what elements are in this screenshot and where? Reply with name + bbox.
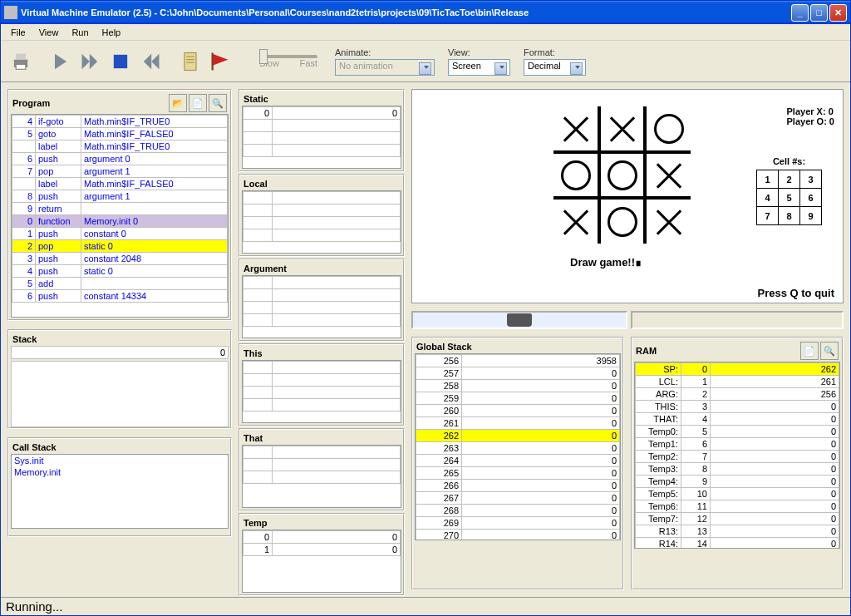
program-row[interactable]: 8pushargument 1 [12, 190, 228, 203]
program-row[interactable]: 2popstatic 0 [12, 240, 228, 253]
program-row[interactable]: 0functionMemory.init 0 [12, 215, 228, 228]
speed-slider[interactable]: SlowFast [255, 55, 322, 68]
script-button[interactable] [177, 48, 204, 75]
breakpoint-button[interactable] [207, 48, 234, 75]
this-grid[interactable] [242, 360, 401, 423]
this-row [243, 387, 401, 399]
ram-row: LCL:1261 [636, 376, 839, 388]
program-row[interactable]: labelMath.min$IF_FALSE0 [12, 178, 228, 190]
menu-run[interactable]: Run [65, 26, 95, 39]
that-row [243, 459, 401, 471]
svg-rect-8 [212, 52, 214, 70]
search-button[interactable]: 🔍 [209, 94, 227, 112]
argument-row [243, 314, 401, 327]
callstack-item[interactable]: Sys.init [12, 455, 228, 466]
ram-search-button[interactable]: 🔍 [820, 342, 839, 360]
program-row[interactable]: 5add [12, 278, 228, 290]
ram-row: Temp7:120 [636, 513, 839, 525]
program-panel: Program 📂 📄 🔍 4if-gotoMath.min$IF_TRUE05… [7, 89, 232, 321]
ram-row: Temp6:110 [636, 500, 839, 513]
global-stack-row: 2620 [416, 430, 620, 442]
static-row [243, 132, 401, 145]
ttt-cell [645, 106, 691, 152]
menu-view[interactable]: View [32, 26, 66, 39]
temp-panel: Temp0010 [239, 513, 405, 596]
format-label: Format: [524, 47, 586, 57]
view-dropdown[interactable]: Screen [448, 59, 510, 76]
this-panel: This [239, 343, 405, 426]
local-grid[interactable] [242, 190, 401, 254]
rewind-button[interactable] [137, 48, 164, 75]
new-file-button[interactable]: 📄 [189, 94, 207, 112]
temp-title: Temp [242, 516, 401, 530]
format-dropdown[interactable]: Decimal [524, 59, 586, 76]
global-stack-row: 2590 [416, 392, 620, 405]
program-row[interactable]: 3pushconstant 2048 [12, 253, 228, 265]
keyboard-input[interactable] [411, 311, 627, 329]
global-stack-grid[interactable]: 2563958257025802590260026102620263026402… [415, 353, 621, 540]
keyboard-icon [507, 313, 532, 327]
ram-row: SP:0262 [636, 363, 839, 376]
argument-title: Argument [242, 262, 401, 275]
global-stack-row: 2700 [416, 530, 620, 541]
ttt-cell [553, 198, 599, 244]
open-folder-button[interactable]: 📂 [169, 94, 187, 112]
menu-file[interactable]: File [4, 26, 32, 39]
stack-list [11, 361, 229, 427]
this-row [243, 399, 401, 411]
static-row [243, 145, 401, 157]
run-button[interactable] [77, 48, 104, 75]
print-button[interactable] [7, 48, 34, 75]
stop-button[interactable] [107, 48, 134, 75]
program-row[interactable]: 6pushargument 0 [12, 153, 228, 165]
callstack-title: Call Stack [11, 441, 229, 454]
menubar: File View Run Help [1, 24, 850, 41]
static-grid[interactable]: 00 [242, 106, 401, 169]
ttt-cell [599, 106, 645, 152]
temp-grid[interactable]: 0010 [242, 530, 401, 593]
close-button[interactable]: ✕ [829, 4, 847, 22]
animate-label: Animate: [335, 47, 435, 57]
minimize-button[interactable]: _ [791, 4, 809, 22]
ram-row: THIS:30 [636, 401, 839, 413]
local-row [243, 217, 401, 229]
program-row[interactable]: 5gotoMath.min$IF_FALSE0 [12, 128, 228, 140]
that-title: That [242, 431, 401, 445]
global-stack-panel: Global Stack 256395825702580259026002610… [411, 337, 624, 590]
maximize-button[interactable]: □ [810, 4, 828, 22]
callstack-panel: Call Stack Sys.initMemory.init [7, 437, 232, 537]
step-button[interactable] [47, 48, 74, 75]
player-o-score: Player O: 0 [787, 116, 834, 126]
callstack-list[interactable]: Sys.initMemory.init [11, 454, 229, 529]
player-x-score: Player X: 0 [787, 106, 834, 116]
ram-grid[interactable]: SP:0262LCL:1261ARG:2256THIS:30THAT:40Tem… [634, 362, 840, 549]
ram-open-button[interactable]: 📄 [800, 342, 819, 360]
ttt-cell [599, 152, 645, 198]
program-row[interactable]: 1pushconstant 0 [12, 228, 228, 240]
program-row[interactable]: labelMath.min$IF_TRUE0 [12, 140, 228, 153]
global-stack-row: 2680 [416, 505, 620, 517]
that-grid[interactable] [242, 445, 401, 508]
program-row[interactable]: 4pushstatic 0 [12, 265, 228, 278]
global-stack-row: 2600 [416, 405, 620, 417]
global-stack-row: 2630 [416, 442, 620, 455]
argument-row [243, 277, 401, 289]
this-row [243, 374, 401, 387]
program-row[interactable]: 6pushconstant 14334 [12, 290, 228, 303]
callstack-item[interactable]: Memory.init [12, 466, 228, 478]
titlebar: Virtual Machine Emulator (2.5) - C:\John… [1, 1, 850, 24]
program-grid[interactable]: 4if-gotoMath.min$IF_TRUE05gotoMath.min$I… [11, 114, 229, 318]
global-stack-row: 2580 [416, 380, 620, 392]
animate-dropdown[interactable]: No animation [335, 59, 435, 76]
ram-row: Temp4:90 [636, 476, 839, 488]
global-stack-row: 2563958 [416, 355, 620, 367]
that-row [243, 446, 401, 459]
program-row[interactable]: 9return [12, 203, 228, 215]
menu-help[interactable]: Help [96, 26, 128, 39]
program-row[interactable]: 7popargument 1 [12, 165, 228, 178]
local-row [243, 205, 401, 217]
that-row [243, 471, 401, 484]
ram-row: ARG:2256 [636, 388, 839, 401]
argument-grid[interactable] [242, 275, 401, 338]
program-row[interactable]: 4if-gotoMath.min$IF_TRUE0 [12, 116, 228, 128]
